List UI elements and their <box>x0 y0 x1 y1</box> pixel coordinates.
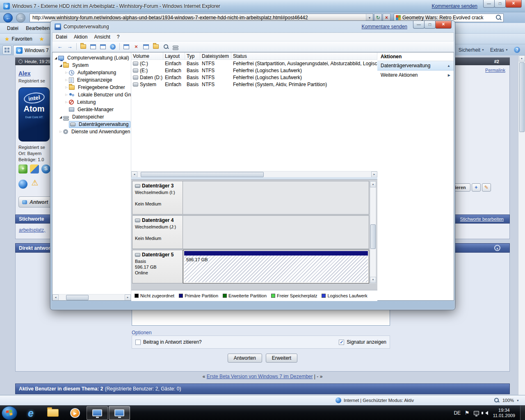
post-number[interactable]: #2 <box>494 59 499 64</box>
previous-thread-link[interactable]: Erste Beta Version von Windows 7 im Deze… <box>207 374 313 379</box>
zoom-control[interactable]: 100% ▼ <box>493 395 519 405</box>
tree-item-freigegebene-ordner[interactable]: ▷ Freigegebene Ordner <box>52 84 131 91</box>
volume-row-e[interactable]: (E:) Einfach Basis NTFS Fehlerfrei (Logi… <box>131 67 377 74</box>
show-desktop-button[interactable] <box>520 406 525 420</box>
erweitert-button[interactable]: Erweitert <box>266 354 297 363</box>
favorites-star-icon[interactable]: ★ <box>5 36 10 42</box>
column-header-dateisystem[interactable]: Dateisystem <box>200 52 231 59</box>
tree-item-root[interactable]: ◢ Computerverwaltung (Lokal) <box>52 54 131 62</box>
search-provider-icon[interactable] <box>396 15 401 20</box>
command-help[interactable]: ? <box>514 47 520 53</box>
properties-button[interactable] <box>142 42 151 51</box>
expander-icon[interactable]: ▷ <box>64 93 69 96</box>
search-icon[interactable] <box>495 14 502 21</box>
scrollbar-thumb[interactable] <box>141 172 264 177</box>
homepage-icon[interactable] <box>18 180 27 189</box>
menu-help[interactable]: ? <box>114 33 123 41</box>
tag-link[interactable]: arbeitsplatz, <box>19 227 46 233</box>
scroll-right-button[interactable]: ► <box>125 294 131 301</box>
column-header-typ[interactable]: Typ <box>185 52 200 59</box>
scrollbar-thumb[interactable] <box>66 295 89 300</box>
volume-list-scrollbar[interactable]: ◄ ► <box>131 171 377 177</box>
report-icon[interactable]: ⚠ <box>30 178 39 187</box>
multi-quote-button[interactable]: + <box>472 183 481 192</box>
scroll-left-button[interactable]: ◄ <box>52 294 59 301</box>
delete-button[interactable]: × <box>132 42 141 51</box>
network-icon[interactable] <box>474 411 479 415</box>
open-button[interactable] <box>151 42 160 51</box>
column-header-volume[interactable]: Volume <box>131 52 163 59</box>
signature-checkbox[interactable]: ✓ <box>339 340 344 345</box>
permalink-link[interactable]: Permalink <box>485 68 505 73</box>
menu-aktion[interactable]: Aktion <box>71 33 91 41</box>
actions-more-item[interactable]: Weitere Aktionen ▶ <box>377 71 454 80</box>
username-link[interactable]: Alex <box>18 70 31 77</box>
edit-tags-link[interactable]: Stichworte bearbeiten <box>460 217 504 221</box>
start-button[interactable] <box>2 406 17 420</box>
volume-row-system[interactable]: System Einfach Basis NTFS Fehlerfrei (Sy… <box>131 81 377 88</box>
scroll-up-button[interactable]: ▲ <box>370 181 376 187</box>
cm-send-feedback-link[interactable]: Kommentare senden <box>362 24 407 30</box>
ie-send-feedback-link[interactable]: Kommentare senden <box>432 3 477 9</box>
taskbar-window-button-1[interactable] <box>87 406 108 420</box>
disk-row-3[interactable]: Datenträger 3 Wechselmedium (I:) Kein Me… <box>132 181 369 215</box>
command-extras[interactable]: Extras▼ <box>490 47 508 53</box>
find-button[interactable] <box>161 42 170 51</box>
scroll-right-button[interactable]: ► <box>371 171 377 178</box>
expander-icon[interactable]: ◢ <box>58 115 63 119</box>
taskbar-explorer-button[interactable] <box>42 406 64 420</box>
tree-horizontal-scrollbar[interactable]: ◄ ► <box>52 294 131 300</box>
help-button[interactable]: ? <box>108 42 117 51</box>
menu-ansicht[interactable]: Ansicht <box>91 33 113 41</box>
chevron-up-icon[interactable]: ▲ <box>447 64 450 68</box>
disk-row-4[interactable]: Datenträger 4 Wechselmedium (J:) Kein Me… <box>132 215 369 249</box>
tree-item-leistung[interactable]: ▷ Leistung <box>52 98 131 106</box>
up-level-button[interactable] <box>79 42 88 51</box>
expander-icon[interactable]: ◢ <box>53 56 58 60</box>
favorites-button[interactable]: Favoriten <box>12 36 32 42</box>
im-icon[interactable] <box>30 164 39 173</box>
tree-item-ereignisanzeige[interactable]: ▷ Ereignisanzeige <box>52 76 131 84</box>
maximize-button[interactable]: □ <box>494 0 506 8</box>
menu-bearbeiten[interactable]: Bearbeiten <box>22 24 53 32</box>
expander-icon[interactable]: ▷ <box>58 130 63 133</box>
scrollbar-thumb[interactable] <box>519 62 525 132</box>
tree-item-datenspeicher[interactable]: ◢ Datenspeicher <box>52 113 131 121</box>
forward-button[interactable]: → <box>16 13 25 23</box>
disks-button[interactable] <box>171 42 180 51</box>
action-center-icon[interactable]: ⚑ <box>465 410 470 416</box>
expander-icon[interactable]: ▷ <box>64 86 69 89</box>
back-button[interactable]: ← <box>3 13 13 23</box>
language-indicator[interactable]: DE <box>454 410 461 416</box>
close-button[interactable]: × <box>435 21 452 29</box>
selected-tree-item[interactable]: Datenträgerverwaltung <box>69 121 130 128</box>
taskbar-window-button-2[interactable] <box>109 406 130 420</box>
actions-selected-item[interactable]: Datenträgerverwaltung ▲ <box>377 61 454 71</box>
back-button[interactable]: ← <box>55 42 64 51</box>
tree-item-aufgabenplanung[interactable]: ▷ Aufgabenplanung <box>52 69 131 76</box>
page-scrollbar[interactable]: ▲ <box>518 55 525 395</box>
volume-icon[interactable] <box>483 411 488 415</box>
status-icon[interactable]: + <box>18 164 27 173</box>
quick-reply-button[interactable]: ✎ <box>482 183 491 192</box>
unallocated-partition[interactable]: 596.17 GB <box>183 250 369 283</box>
volume-row-c[interactable]: (C:) Einfach Basis NTFS Fehlerfrei (Star… <box>131 60 377 67</box>
new-window-button[interactable] <box>122 42 131 51</box>
taskbar-wmp-button[interactable]: ▶ <box>64 406 86 420</box>
minimize-button[interactable]: — <box>413 21 425 29</box>
minimize-button[interactable]: — <box>483 0 495 8</box>
expander-icon[interactable]: ▷ <box>64 78 69 82</box>
disk-media-area[interactable] <box>183 181 369 215</box>
disk-row-5[interactable]: Datenträger 5 Basis 596.17 GB Online 596… <box>132 250 369 283</box>
close-button[interactable]: × <box>505 0 522 8</box>
scrollbar-thumb[interactable] <box>370 224 376 249</box>
tree-item-lokale-benutzer[interactable]: ▷ Lokale Benutzer und Gru <box>52 91 131 98</box>
expander-icon[interactable]: ▷ <box>64 100 69 104</box>
scroll-up-button[interactable]: ▲ <box>519 55 525 62</box>
add-favorite-icon[interactable]: ★ <box>39 36 45 42</box>
antworten-submit-button[interactable]: Antworten <box>228 354 262 363</box>
scroll-left-button[interactable]: ◄ <box>131 171 137 178</box>
clock[interactable]: 19:34 11.01.2009 <box>493 408 515 418</box>
taskbar-ie-button[interactable]: e <box>20 406 41 420</box>
tree-item-datentraegerverwaltung[interactable]: Datenträgerverwaltung <box>52 121 131 128</box>
